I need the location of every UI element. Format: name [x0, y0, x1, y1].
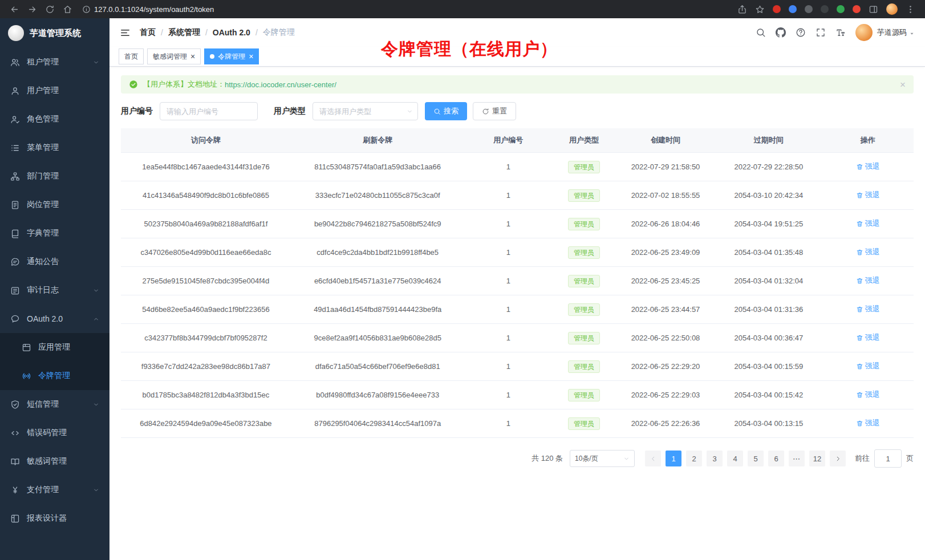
- doc-link[interactable]: https://doc.iocoder.cn/user-center/: [225, 80, 336, 89]
- breadcrumb-separator: /: [255, 28, 258, 37]
- page-button-3[interactable]: 3: [707, 451, 723, 466]
- create-time-cell: 2022-06-25 23:44:57: [616, 295, 715, 324]
- sidebar-item-tenant[interactable]: 租户管理: [0, 48, 109, 76]
- sidebar-item-errcode[interactable]: 错误码管理: [0, 419, 109, 447]
- force-logout-button[interactable]: 强退: [856, 418, 880, 428]
- chevron-down-icon: [93, 59, 99, 66]
- bookmark-star-icon[interactable]: [755, 5, 765, 14]
- tab-item[interactable]: 敏感词管理×: [147, 48, 201, 64]
- sidebar-item-oauth[interactable]: OAuth 2.0: [0, 305, 109, 333]
- page-button-6[interactable]: 6: [768, 451, 784, 466]
- sidebar-item-menu[interactable]: 菜单管理: [0, 133, 109, 162]
- help-icon[interactable]: [796, 27, 806, 38]
- extension-icon[interactable]: [853, 5, 861, 13]
- sidebar-item-dept[interactable]: 部门管理: [0, 162, 109, 190]
- app-shell: 芋道管理系统 租户管理用户管理角色管理菜单管理部门管理岗位管理字典管理通知公告审…: [0, 18, 925, 560]
- reset-button[interactable]: 重置: [473, 102, 516, 120]
- user-type-badge: 管理员: [568, 161, 600, 173]
- force-logout-button[interactable]: 强退: [856, 304, 880, 314]
- search-button[interactable]: 搜索: [425, 102, 467, 120]
- force-logout-label: 强退: [865, 218, 880, 229]
- user-id-cell: 1: [465, 181, 552, 210]
- page-button-1[interactable]: 1: [666, 451, 681, 466]
- site-info-icon[interactable]: [82, 5, 91, 14]
- browser-forward-button[interactable]: [27, 5, 37, 14]
- page-button-4[interactable]: 4: [727, 451, 743, 466]
- extension-icon[interactable]: [837, 5, 845, 13]
- fullscreen-icon[interactable]: [816, 27, 826, 38]
- user-type-select-input[interactable]: [313, 102, 418, 120]
- sidebar-item-report[interactable]: 报表设计器: [0, 504, 109, 533]
- page-button-2[interactable]: 2: [686, 451, 702, 466]
- sidebar-item-label: 角色管理: [27, 114, 59, 124]
- search-icon[interactable]: [756, 27, 766, 38]
- extension-icon[interactable]: [821, 5, 829, 13]
- fontsize-icon[interactable]: [835, 27, 846, 38]
- user-type-select[interactable]: [313, 102, 418, 120]
- user-menu[interactable]: 芋道源码: [877, 27, 915, 38]
- sidebar-item-dict[interactable]: 字典管理: [0, 219, 109, 247]
- user-avatar[interactable]: [855, 24, 873, 41]
- tab-item[interactable]: 令牌管理×: [204, 48, 259, 64]
- force-logout-button[interactable]: 强退: [856, 361, 880, 371]
- extension-icon[interactable]: [773, 5, 781, 13]
- prev-page-button[interactable]: [645, 451, 661, 466]
- sidebar-item-role[interactable]: 角色管理: [0, 105, 109, 133]
- force-logout-button[interactable]: 强退: [856, 389, 880, 400]
- user-type-cell: 管理员: [552, 409, 616, 438]
- tab-close-icon[interactable]: ×: [190, 52, 195, 60]
- url-bar[interactable]: 127.0.0.1:1024/system/oauth2/token: [82, 5, 733, 14]
- force-logout-button[interactable]: 强退: [856, 247, 880, 257]
- force-logout-button[interactable]: 强退: [856, 218, 880, 229]
- share-icon[interactable]: [737, 5, 747, 14]
- tab-item[interactable]: 首页: [119, 48, 144, 64]
- extension-icon[interactable]: [805, 5, 813, 13]
- access-token-cell: 54d6be82ee5a460a9aedc1f9bf223656: [121, 295, 291, 324]
- browser-menu-icon[interactable]: [906, 5, 915, 14]
- github-icon[interactable]: [776, 27, 786, 38]
- force-logout-button[interactable]: 强退: [856, 190, 880, 200]
- sidebar-item-pay[interactable]: 支付管理: [0, 476, 109, 504]
- column-header: 创建时间: [616, 128, 715, 153]
- sidebar-item-sms[interactable]: 短信管理: [0, 390, 109, 419]
- browser-reload-button[interactable]: [45, 5, 55, 14]
- user-type-cell: 管理员: [552, 295, 616, 324]
- app-title: 芋道管理系统: [30, 28, 81, 39]
- sidebar-item-sensitive[interactable]: 敏感词管理: [0, 447, 109, 476]
- create-time-cell: 2022-06-25 22:29:03: [616, 381, 715, 409]
- tab-close-icon[interactable]: ×: [249, 52, 253, 60]
- browser-profile-avatar[interactable]: [886, 3, 898, 15]
- table-row: 1ea5e44f8bc1467aaede43144f31de76811c5304…: [121, 153, 914, 181]
- page-size-select[interactable]: 10条/页: [570, 450, 635, 467]
- browser-back-button[interactable]: [10, 5, 19, 14]
- user-id-input[interactable]: [160, 102, 258, 120]
- page-button-12[interactable]: 12: [809, 451, 825, 466]
- extension-icon[interactable]: [789, 5, 797, 13]
- sidebar-item-app[interactable]: 应用管理: [0, 333, 109, 362]
- breadcrumb-item[interactable]: 系统管理: [168, 27, 200, 38]
- app-logo[interactable]: 芋道管理系统: [0, 18, 109, 48]
- alert-close-icon[interactable]: ×: [900, 80, 906, 90]
- sidebar-item-post[interactable]: 岗位管理: [0, 190, 109, 219]
- sidebar-item-token[interactable]: 令牌管理: [0, 362, 109, 390]
- table-row: 41c41346a548490f9dc8b01c6bfe0865333ecfc7…: [121, 181, 914, 210]
- side-panel-icon[interactable]: [869, 5, 878, 14]
- force-logout-button[interactable]: 强退: [856, 332, 880, 343]
- trash-icon: [856, 363, 863, 370]
- sidebar-toggle-icon[interactable]: [120, 27, 131, 38]
- next-page-button[interactable]: [830, 451, 846, 466]
- sidebar-item-audit[interactable]: 审计日志: [0, 276, 109, 305]
- page-ellipsis[interactable]: ⋯: [789, 451, 805, 466]
- browser-home-button[interactable]: [63, 5, 72, 14]
- breadcrumb-item[interactable]: 首页: [140, 27, 156, 38]
- page-button-5[interactable]: 5: [748, 451, 764, 466]
- goto-page-input[interactable]: [874, 449, 902, 468]
- sidebar-item-notice[interactable]: 通知公告: [0, 247, 109, 276]
- goto-page: 前往 页: [855, 449, 914, 468]
- page-content: 【用户体系】文档地址： https://doc.iocoder.cn/user-…: [109, 67, 925, 560]
- force-logout-button[interactable]: 强退: [856, 161, 880, 172]
- sidebar-item-user[interactable]: 用户管理: [0, 76, 109, 105]
- sidebar-item-label: 报表设计器: [27, 513, 67, 524]
- breadcrumb-item[interactable]: OAuth 2.0: [213, 28, 250, 37]
- force-logout-button[interactable]: 强退: [856, 275, 880, 286]
